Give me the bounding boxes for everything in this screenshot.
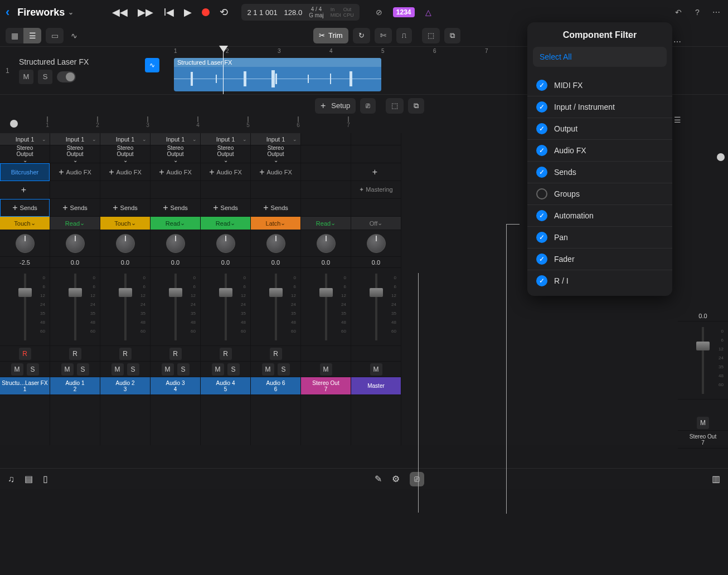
filter-row[interactable]: ✓ Audio FX bbox=[527, 139, 672, 161]
add-fx-slot[interactable]: + bbox=[351, 163, 401, 181]
automation-mode[interactable]: Touch⌄ bbox=[0, 217, 50, 230]
sends-slot[interactable]: +Sends bbox=[201, 199, 250, 217]
fader-cap[interactable] bbox=[18, 288, 32, 297]
audio-fx-slot[interactable]: Bitcrusher bbox=[0, 163, 50, 181]
fader-cap[interactable] bbox=[370, 288, 383, 297]
more-icon[interactable]: ⋯ bbox=[710, 6, 722, 18]
checkbox-icon[interactable]: ✓ bbox=[536, 232, 547, 243]
filter-row[interactable]: ✓ MIDI FX bbox=[527, 75, 672, 96]
checkbox-icon[interactable]: ✓ bbox=[536, 254, 547, 265]
mute-button[interactable]: M bbox=[11, 363, 23, 376]
channel-name[interactable]: Audio 12 bbox=[50, 377, 100, 395]
output-selector[interactable]: StereoOutput⌄ bbox=[100, 145, 150, 163]
fast-forward-button[interactable]: ▶▶ bbox=[138, 6, 153, 18]
pan-knob[interactable] bbox=[50, 230, 100, 257]
fader[interactable]: 061224354860 bbox=[151, 268, 200, 346]
lcd-display[interactable]: 2 1 1 001 128.0 4 / 4 G maj In MIDI Out … bbox=[241, 4, 359, 21]
setup-button[interactable]: + Setup bbox=[315, 98, 356, 114]
solo-button[interactable]: S bbox=[127, 363, 139, 376]
fader-cap[interactable] bbox=[119, 288, 132, 297]
pan-knob[interactable] bbox=[251, 230, 300, 257]
filter-row[interactable]: ✓ Fader bbox=[527, 248, 672, 270]
playhead[interactable] bbox=[223, 47, 224, 94]
record-enable[interactable]: R bbox=[100, 346, 150, 362]
sends-slot[interactable]: +Sends bbox=[251, 199, 300, 217]
browser-icon[interactable]: ▤ bbox=[25, 474, 33, 484]
mute-button[interactable]: M bbox=[111, 363, 124, 376]
solo-button[interactable]: S bbox=[38, 70, 52, 84]
filter-row[interactable]: ✓ Pan bbox=[527, 226, 672, 248]
audio-region-type-icon[interactable]: ∿ bbox=[145, 58, 159, 72]
channel-dot-icon[interactable] bbox=[10, 120, 18, 128]
solo-button[interactable]: S bbox=[177, 363, 190, 376]
pan-knob[interactable] bbox=[351, 230, 401, 257]
channel-name[interactable]: Audio 66 bbox=[251, 377, 300, 395]
help-icon[interactable]: ? bbox=[691, 6, 703, 18]
fader[interactable]: 061224354860 bbox=[201, 268, 250, 346]
panel-more-icon[interactable]: ⋯ bbox=[671, 36, 683, 48]
audio-fx-slot[interactable]: +Audio FX bbox=[100, 163, 150, 181]
pan-knob[interactable] bbox=[151, 230, 200, 257]
input-selector[interactable]: Input 1⌄ bbox=[0, 133, 50, 145]
input-selector[interactable]: Input 1⌄ bbox=[251, 133, 300, 145]
checkbox-icon[interactable]: ✓ bbox=[536, 210, 547, 221]
input-selector[interactable]: Input 1⌄ bbox=[201, 133, 250, 145]
checkbox-icon[interactable]: ✓ bbox=[536, 275, 547, 286]
fader-cap[interactable] bbox=[269, 288, 283, 297]
record-enable[interactable]: R bbox=[151, 346, 200, 362]
channel-name[interactable]: Stereo Out7 bbox=[301, 377, 351, 395]
audio-region[interactable]: Structured Laser FX bbox=[174, 58, 381, 91]
count-in-pill[interactable]: 1234 bbox=[393, 7, 415, 17]
mute-button[interactable]: M bbox=[320, 363, 332, 376]
mute-button[interactable]: M bbox=[212, 363, 224, 376]
mixer-select-icon[interactable]: ⬚ bbox=[386, 98, 404, 114]
audio-fx-slot[interactable]: +Audio FX bbox=[151, 163, 200, 181]
audio-fx-slot[interactable]: +Audio FX bbox=[50, 163, 100, 181]
fader-cap[interactable] bbox=[219, 288, 232, 297]
output-selector[interactable]: StereoOutput⌄ bbox=[151, 145, 200, 163]
region-view-segment[interactable]: ▭ bbox=[46, 28, 64, 43]
project-title[interactable]: Fireworks ⌄ bbox=[17, 7, 74, 18]
output-selector[interactable]: StereoOutput⌄ bbox=[201, 145, 250, 163]
mixer-settings-icon[interactable]: ⎚ bbox=[360, 98, 376, 114]
channel-dot-icon[interactable] bbox=[717, 153, 725, 161]
record-enable[interactable]: R bbox=[0, 346, 50, 362]
channel-name[interactable]: Audio 23 bbox=[100, 377, 150, 395]
fader[interactable]: 061224354860 bbox=[251, 268, 300, 346]
panel-list-icon[interactable]: ☰ bbox=[671, 114, 683, 126]
record-enable[interactable]: R bbox=[50, 346, 100, 362]
channel-name[interactable]: Audio 34 bbox=[151, 377, 200, 395]
fader-cap[interactable] bbox=[169, 288, 182, 297]
trim-tool[interactable]: ✂ Trim bbox=[313, 28, 348, 43]
track-enable-toggle[interactable] bbox=[57, 71, 76, 82]
fader[interactable]: 061224354860 bbox=[301, 268, 351, 346]
fader[interactable]: 061224354860 bbox=[678, 321, 728, 399]
sends-slot[interactable]: +Sends bbox=[50, 199, 100, 217]
filter-row[interactable]: ✓ Input / Instrument bbox=[527, 96, 672, 118]
keyboard-icon[interactable]: ▥ bbox=[712, 474, 720, 484]
audio-fx-slot[interactable]: +Audio FX bbox=[251, 163, 300, 181]
gear-icon[interactable]: ⚙ bbox=[392, 474, 400, 484]
fader-cap[interactable] bbox=[69, 288, 82, 297]
grid-view-icon[interactable]: ▦ bbox=[6, 28, 23, 43]
automation-mode[interactable]: Latch⌄ bbox=[251, 217, 300, 230]
cycle-button[interactable]: ⟲ bbox=[220, 6, 228, 18]
select-all-row[interactable]: Select All bbox=[533, 47, 667, 67]
automation-mode[interactable]: Touch⌄ bbox=[100, 217, 150, 230]
automation-mode[interactable]: Off⌄ bbox=[351, 217, 401, 230]
playhead-handle-icon[interactable] bbox=[219, 46, 228, 52]
filter-row[interactable]: ✓ Sends bbox=[527, 161, 672, 183]
filter-row[interactable]: Groups bbox=[527, 183, 672, 204]
checkbox-icon[interactable] bbox=[536, 188, 547, 199]
mastering-slot[interactable]: ✦ Mastering bbox=[351, 181, 401, 199]
undo-icon[interactable]: ↶ bbox=[672, 6, 685, 18]
region-icon[interactable]: ▭ bbox=[46, 28, 64, 43]
back-button[interactable]: ‹ bbox=[6, 5, 9, 20]
loop-tool[interactable]: ↻ bbox=[353, 28, 370, 43]
filter-row[interactable]: ✓ Output bbox=[527, 118, 672, 139]
fader[interactable]: 061224354860 bbox=[100, 268, 150, 346]
input-selector[interactable]: Input 1⌄ bbox=[50, 133, 100, 145]
view-mode-segment[interactable]: ▦ ☰ bbox=[6, 28, 41, 43]
metronome-icon[interactable]: △ bbox=[423, 6, 435, 18]
record-enable[interactable]: R bbox=[251, 346, 300, 362]
